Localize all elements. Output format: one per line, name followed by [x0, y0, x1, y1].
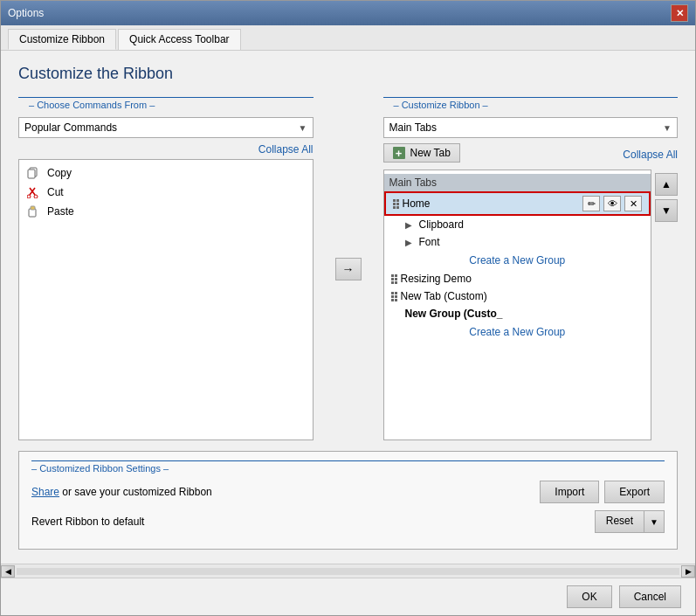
cut-label: Cut — [47, 186, 64, 198]
newtab-label: New Tab (Custom) — [401, 290, 487, 302]
home-label: Home — [403, 197, 580, 210]
right-column: – Customize Ribbon – Main Tabs ▼ + New T… — [383, 97, 679, 440]
new-tab-button[interactable]: + New Tab — [383, 143, 460, 163]
newgroup-label: New Group (Custo_ — [405, 308, 503, 320]
main-content: Customize the Ribbon – Choose Commands F… — [1, 51, 695, 564]
ribbon-dropdown[interactable]: Main Tabs ▼ — [383, 117, 679, 138]
ribbon-tree: Main Tabs Home ✏ — [383, 170, 652, 440]
list-item-cut[interactable]: Cut — [19, 183, 313, 202]
cut-icon — [26, 185, 40, 199]
edit-icon[interactable]: ✏ — [582, 196, 600, 211]
left-collapse-all[interactable]: Collapse All — [258, 143, 314, 156]
revert-row: Revert Ribbon to default Reset ▼ — [31, 510, 665, 533]
right-collapse-all[interactable]: Collapse All — [623, 149, 678, 161]
scroll-track[interactable] — [17, 568, 679, 575]
cancel-button[interactable]: Cancel — [619, 585, 681, 608]
home-action-icons: ✏ 👁 ✕ — [582, 196, 642, 211]
share-row: Share or save your customized Ribbon Imp… — [31, 481, 665, 503]
ribbon-item-font[interactable]: ▶ Font — [384, 233, 651, 251]
import-button[interactable]: Import — [540, 481, 599, 503]
resizing-drag-icon — [391, 274, 397, 284]
close-button[interactable]: ✕ — [671, 4, 688, 22]
reset-main-button[interactable]: Reset — [595, 510, 644, 533]
commands-dropdown[interactable]: Popular Commands ▼ — [18, 117, 314, 138]
move-down-button[interactable]: ▼ — [655, 199, 678, 222]
ok-button[interactable]: OK — [567, 585, 611, 608]
share-text: Share or save your customized Ribbon — [31, 486, 540, 498]
list-item-copy[interactable]: Copy — [19, 163, 313, 183]
main-tabs-header: Main Tabs — [384, 174, 651, 191]
two-column-layout: – Choose Commands From – Popular Command… — [18, 97, 678, 440]
import-export-buttons: Import Export — [540, 481, 665, 503]
dialog-footer: OK Cancel — [1, 578, 695, 615]
ribbon-dropdown-row: Main Tabs ▼ — [383, 117, 679, 138]
left-collapse-row: Collapse All — [18, 143, 314, 156]
commands-list: Copy Cut — [18, 159, 314, 440]
export-button[interactable]: Export — [604, 481, 665, 503]
svg-point-4 — [27, 195, 31, 198]
commands-dropdown-row: Popular Commands ▼ — [18, 117, 314, 138]
svg-rect-7 — [31, 206, 35, 210]
commands-dropdown-arrow: ▼ — [299, 123, 307, 133]
visibility-icon[interactable]: 👁 — [603, 196, 621, 211]
font-label: Font — [419, 236, 440, 248]
create-group-link-2[interactable]: Create a New Group — [384, 322, 651, 342]
svg-rect-1 — [28, 170, 35, 178]
copy-icon — [26, 166, 40, 180]
plus-icon: + — [393, 147, 405, 159]
copy-label: Copy — [47, 167, 72, 179]
horizontal-scrollbar: ◀ ▶ — [1, 564, 695, 578]
resizing-label: Resizing Demo — [401, 273, 472, 285]
share-link[interactable]: Share — [31, 486, 59, 498]
svg-point-5 — [34, 195, 38, 198]
ribbon-item-resizing[interactable]: Resizing Demo — [384, 270, 651, 287]
dialog-title: Options — [8, 7, 44, 19]
ribbon-item-clipboard[interactable]: ▶ Clipboard — [384, 216, 651, 233]
page-title: Customize the Ribbon — [18, 65, 678, 83]
clipboard-expand-arrow: ▶ — [405, 220, 412, 230]
home-drag-icon — [393, 199, 399, 209]
ribbon-dropdown-arrow: ▼ — [663, 123, 672, 133]
customized-settings-label: – Customized Ribbon Settings – — [31, 460, 665, 474]
tab-quick-access[interactable]: Quick Access Toolbar — [118, 29, 241, 50]
ribbon-item-newtab[interactable]: New Tab (Custom) — [384, 287, 651, 305]
move-up-button[interactable]: ▲ — [655, 173, 678, 196]
reset-button-container: Reset ▼ — [595, 510, 665, 533]
clipboard-label: Clipboard — [419, 218, 464, 231]
title-bar: Options ✕ — [1, 1, 695, 25]
left-column: – Choose Commands From – Popular Command… — [18, 97, 314, 440]
ribbon-item-newgroup[interactable]: New Group (Custo_ — [384, 305, 651, 322]
reset-split-button: Reset ▼ — [595, 510, 665, 533]
bottom-section: – Customized Ribbon Settings – Share or … — [18, 440, 678, 550]
scroll-left-button[interactable]: ◀ — [1, 565, 15, 578]
ribbon-item-home[interactable]: Home ✏ 👁 ✕ — [384, 191, 651, 216]
paste-icon — [26, 204, 40, 218]
middle-column: → — [331, 97, 366, 440]
new-tab-label: New Tab — [410, 147, 451, 159]
commands-dropdown-value: Popular Commands — [24, 121, 117, 134]
list-item-paste[interactable]: Paste — [19, 202, 313, 221]
revert-text: Revert Ribbon to default — [31, 516, 595, 528]
tabs-bar: Customize Ribbon Quick Access Toolbar — [1, 25, 695, 51]
choose-commands-label: – Choose Commands From – — [18, 97, 314, 110]
font-expand-arrow: ▶ — [405, 238, 412, 247]
paste-label: Paste — [47, 205, 74, 218]
add-to-ribbon-button[interactable]: → — [335, 258, 362, 280]
remove-icon[interactable]: ✕ — [624, 196, 642, 211]
reset-arrow-button[interactable]: ▼ — [644, 510, 665, 533]
customize-ribbon-label: – Customize Ribbon – — [383, 97, 679, 110]
options-dialog: Options ✕ Customize Ribbon Quick Access … — [0, 0, 696, 616]
scroll-right-button[interactable]: ▶ — [681, 565, 695, 578]
ribbon-dropdown-value: Main Tabs — [389, 121, 437, 134]
create-group-link-1[interactable]: Create a New Group — [384, 251, 651, 270]
newtab-drag-icon — [391, 292, 397, 301]
share-or-text: or save your customized Ribbon — [59, 486, 212, 498]
tab-customize-ribbon[interactable]: Customize Ribbon — [8, 29, 116, 50]
